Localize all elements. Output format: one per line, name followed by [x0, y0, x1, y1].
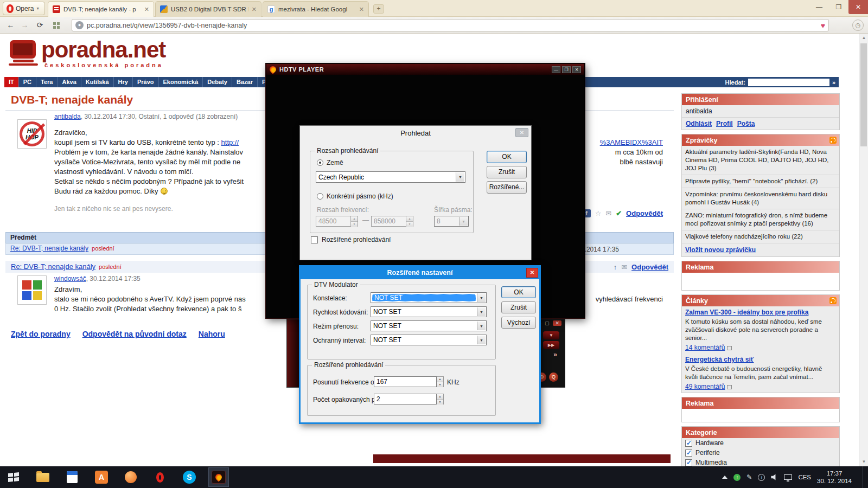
post1-reply-link[interactable]: Odpovědět	[626, 209, 663, 217]
post2-author-link[interactable]: windowsáč	[54, 275, 86, 282]
taskbar-orange-app[interactable]	[120, 467, 141, 487]
freq-offset-updown[interactable]: ▲▼	[437, 376, 444, 387]
player-button[interactable]: ▼	[543, 331, 559, 339]
nav-item-pravo[interactable]: Právo	[133, 77, 159, 87]
show-hidden-icons[interactable]	[722, 476, 727, 479]
network-icon[interactable]	[784, 474, 792, 480]
close-button[interactable]: ✕	[526, 268, 538, 278]
advanced-button[interactable]: Rozšířené...	[487, 181, 527, 194]
post1-url-link[interactable]: http://	[221, 138, 239, 146]
minimize-button[interactable]: —	[552, 66, 560, 73]
scroll-up-icon[interactable]: ▲	[859, 34, 868, 42]
table-row-link[interactable]: Re: DVB-T; nenajde kanály	[10, 245, 88, 252]
article-comments-link[interactable]: 49 komentářů	[685, 383, 725, 390]
nav-item-debaty[interactable]: Debaty	[203, 77, 232, 87]
freq-from-spinner[interactable]: 48500 ▲▼	[316, 216, 358, 227]
country-radio[interactable]	[317, 159, 323, 166]
default-button[interactable]: Výchozí	[501, 317, 536, 329]
keyboard-language[interactable]: CES	[798, 474, 811, 480]
speed-dial-icon[interactable]	[50, 19, 62, 31]
scroll-down-icon[interactable]: ▼	[859, 458, 868, 466]
ok-button[interactable]: OK	[501, 286, 536, 298]
scrollbar-thumb[interactable]	[860, 43, 867, 146]
nav-item-hry[interactable]: Hry	[114, 77, 133, 87]
news-item[interactable]: Aktuální parametry ladění-Skylink(Fanda …	[682, 146, 839, 175]
back-button[interactable]: ←	[4, 19, 17, 31]
news-item[interactable]: Připravte pytlíky, "herní" "notebook" př…	[682, 175, 839, 188]
band-radio[interactable]	[317, 193, 323, 200]
forward-button[interactable]: →	[18, 19, 31, 31]
news-item[interactable]: Vzpomínka: prvnímu československému hard…	[682, 188, 839, 209]
chevron-down-icon[interactable]: ▼	[477, 307, 486, 316]
post2-title-link[interactable]: Re: DVB-T; nenajde kanály	[11, 262, 95, 271]
site-logo-text[interactable]: poradna.net	[41, 37, 165, 63]
close-button[interactable]: ✕	[515, 128, 528, 137]
ok-button[interactable]: OK	[487, 151, 527, 163]
close-button[interactable]: ✕	[572, 66, 581, 73]
article-title-link[interactable]: Energetická chytrá síť	[685, 356, 754, 363]
opera-menu-button[interactable]: Opera ▼	[3, 2, 45, 15]
restore-button[interactable]: ❐	[562, 66, 571, 73]
nav-item-kutilska[interactable]: Kutilská	[81, 77, 114, 87]
category-checkbox[interactable]	[685, 450, 692, 457]
reply-original-link[interactable]: Odpovědět na původní dotaz	[82, 330, 187, 338]
search-dialog-title-bar[interactable]: Prohledat ✕	[300, 126, 531, 140]
cancel-button[interactable]: Zrušit	[501, 301, 536, 313]
taskbar-document-app[interactable]	[62, 467, 82, 487]
star-icon[interactable]: ☆	[595, 209, 602, 217]
chevron-down-icon[interactable]: ▼	[477, 293, 486, 302]
reload-button[interactable]: ⟳	[34, 19, 46, 31]
constellation-select[interactable]: NOT SET ▼	[371, 292, 487, 303]
category-checkbox[interactable]	[685, 459, 692, 466]
taskbar-app-a[interactable]: A	[91, 467, 112, 487]
taskbar-file-explorer[interactable]	[33, 467, 53, 487]
code-rate-select[interactable]: NOT SET ▼	[371, 306, 487, 317]
taskbar-skype[interactable]: S	[179, 467, 200, 487]
nav-item-akva[interactable]: Akva	[58, 77, 81, 87]
arrow-up-icon[interactable]: ↑	[614, 261, 617, 273]
news-item[interactable]: Vlajkové telefony nadcházejícího roku (2…	[682, 230, 839, 243]
history-icon[interactable]: ◷	[852, 20, 864, 31]
maximize-button[interactable]: ❐	[829, 0, 848, 14]
news-item[interactable]: ZANO: miniaturní fotografický dron, s ní…	[682, 209, 839, 230]
post1-author-link[interactable]: antibalda	[54, 113, 81, 120]
profile-link[interactable]: Profil	[716, 120, 733, 127]
site-logo-icon[interactable]	[9, 40, 38, 65]
chevron-down-icon[interactable]: ▼	[477, 322, 486, 330]
country-select[interactable]: Czech Republic ▼	[316, 171, 465, 183]
player-search-icon[interactable]: Q	[549, 373, 558, 382]
check-icon[interactable]: ✔	[616, 209, 622, 217]
info-icon[interactable]: i	[758, 474, 765, 481]
site-search-input[interactable]	[748, 79, 829, 86]
url-field[interactable]: ● pc.poradna.net/q/view/1356957-dvb-t-ne…	[72, 19, 829, 31]
post1-url-link-tail[interactable]: %3AMEBIDX%3AIT	[600, 138, 663, 147]
to-top-link[interactable]: Nahoru	[199, 330, 225, 338]
maximize-button[interactable]: ▢	[545, 320, 550, 326]
nav-item-ekonomicka[interactable]: Ekonomická	[159, 77, 203, 87]
mail-icon[interactable]: ✉	[621, 261, 627, 273]
retry-count-updown[interactable]: ▲▼	[437, 394, 444, 404]
taskbar-hdtv-player[interactable]	[208, 467, 229, 487]
guard-interval-select[interactable]: NOT SET ▼	[371, 335, 487, 345]
close-button[interactable]: ✕	[553, 320, 561, 326]
chevron-down-icon[interactable]: ▼	[477, 336, 486, 344]
mail-icon[interactable]: ✉	[605, 209, 611, 217]
advanced-scan-checkbox[interactable]	[311, 236, 318, 243]
site-security-icon[interactable]: ●	[75, 21, 84, 29]
nav-item-it[interactable]: IT	[4, 77, 19, 87]
start-button[interactable]	[0, 466, 27, 488]
hdtv-title-bar[interactable]: HDTV PLAYER — ❐ ✕	[266, 64, 584, 75]
bookmark-heart-icon[interactable]: ♥	[821, 21, 825, 30]
back-to-forum-link[interactable]: Zpět do poradny	[11, 330, 71, 338]
new-tab-button[interactable]: +	[373, 4, 384, 14]
rss-icon[interactable]	[829, 137, 837, 144]
freq-offset-input[interactable]: 167	[374, 376, 437, 387]
player-button[interactable]: ▶▶	[543, 341, 559, 349]
category-checkbox[interactable]	[685, 440, 692, 447]
cancel-button[interactable]: Zrušit	[487, 166, 527, 178]
chevron-down-icon[interactable]: ▼	[456, 172, 464, 182]
tab-usb-dvb[interactable]: USB2 0 Digital DVB T SDR D ✕	[155, 1, 261, 17]
bandwidth-select[interactable]: 8 ▼	[434, 216, 469, 227]
taskbar-opera[interactable]	[150, 467, 170, 487]
retry-count-input[interactable]: 2	[374, 394, 437, 404]
